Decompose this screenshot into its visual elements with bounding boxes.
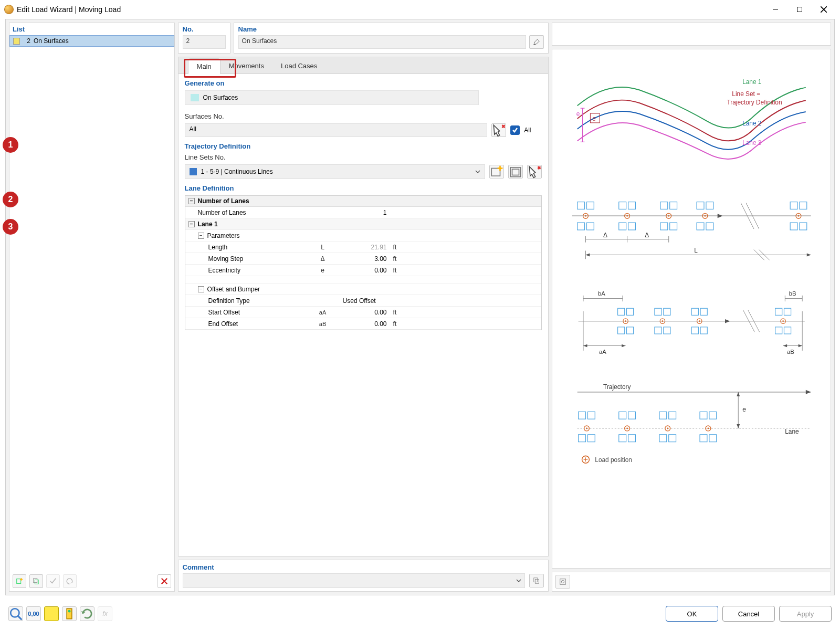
- list-item[interactable]: 2 On Surfaces: [9, 35, 174, 47]
- ok-button[interactable]: OK: [666, 606, 718, 622]
- tab-movements[interactable]: Movements: [220, 58, 272, 74]
- apply-button[interactable]: Apply: [779, 606, 832, 622]
- start-offset-value[interactable]: 0.00: [340, 309, 390, 316]
- svg-rect-7: [533, 578, 537, 582]
- no-label: No.: [183, 25, 226, 33]
- apply-check-button[interactable]: [46, 574, 60, 588]
- svg-point-140: [626, 427, 628, 429]
- svg-point-152: [68, 610, 71, 613]
- definition-type-value[interactable]: Used Offset: [340, 297, 390, 304]
- svg-marker-60: [806, 253, 811, 256]
- linesets-value: 1 - 5-9 | Continuous Lines: [201, 168, 273, 175]
- comment-library-button[interactable]: [529, 574, 544, 587]
- name-panel: Name On Surfaces: [234, 23, 549, 54]
- function-button[interactable]: fx: [98, 606, 112, 621]
- svg-text:Trajectory Definition: Trajectory Definition: [727, 99, 782, 106]
- svg-rect-83: [784, 308, 791, 315]
- lanes-header[interactable]: −Number of Lanes: [185, 196, 541, 207]
- svg-rect-78: [691, 308, 698, 315]
- svg-point-93: [782, 320, 784, 322]
- preview-panel: e e Lane 1 Line Set = Trajectory Definit…: [552, 49, 831, 569]
- edit-lineset-button[interactable]: [508, 165, 523, 178]
- surfaces-no-label: Surfaces No.: [185, 112, 542, 120]
- name-field[interactable]: On Surfaces: [238, 35, 526, 49]
- title-bar: Edit Load Wizard | Moving Load: [0, 0, 840, 19]
- pick-surfaces-button[interactable]: [491, 123, 506, 137]
- preview-header-panel: [552, 23, 831, 46]
- svg-text:Trajectory: Trajectory: [603, 383, 631, 391]
- svg-rect-22: [586, 202, 594, 209]
- length-value[interactable]: 21.91: [340, 244, 390, 251]
- collapse-icon[interactable]: −: [198, 233, 204, 239]
- svg-rect-77: [663, 327, 670, 334]
- view-mode-button[interactable]: [62, 606, 77, 621]
- name-label: Name: [238, 25, 544, 33]
- moving-step-label: Moving Step: [185, 255, 306, 262]
- linesets-dropdown[interactable]: 1 - 5-9 | Continuous Lines: [185, 164, 485, 179]
- color-swatch-icon: [13, 38, 20, 45]
- lane1-label: Lane 1: [198, 220, 218, 228]
- svg-rect-2: [34, 579, 37, 583]
- svg-rect-119: [578, 412, 585, 419]
- end-offset-value[interactable]: 0.00: [340, 320, 390, 328]
- help-button[interactable]: [8, 606, 23, 621]
- svg-rect-130: [668, 435, 676, 442]
- offset-diagram: bA bB aA aB: [562, 287, 821, 365]
- minimize-button[interactable]: [763, 2, 788, 17]
- all-label: All: [524, 127, 531, 134]
- svg-point-49: [704, 215, 706, 217]
- close-button[interactable]: [812, 2, 836, 17]
- moving-step-value[interactable]: 3.00: [340, 255, 390, 262]
- svg-rect-127: [659, 412, 666, 419]
- svg-rect-79: [700, 308, 707, 315]
- collapse-icon[interactable]: −: [188, 198, 195, 204]
- svg-rect-25: [618, 202, 626, 209]
- tab-main[interactable]: Main: [188, 58, 220, 74]
- surfaces-no-field[interactable]: All: [185, 123, 488, 137]
- lanes-count-value[interactable]: 1: [340, 209, 390, 216]
- svg-rect-3: [35, 580, 38, 584]
- delete-item-button[interactable]: [158, 574, 171, 588]
- comment-panel: Comment: [178, 560, 549, 592]
- svg-point-149: [10, 608, 19, 617]
- list-item-label: On Surfaces: [34, 37, 69, 45]
- svg-rect-121: [578, 435, 585, 442]
- svg-text:Lane 1: Lane 1: [742, 78, 762, 86]
- svg-rect-85: [784, 327, 791, 334]
- surface-swatch-icon: [191, 94, 199, 101]
- all-checkbox[interactable]: [510, 125, 520, 135]
- cancel-button[interactable]: Cancel: [722, 606, 775, 622]
- svg-point-91: [662, 320, 663, 322]
- units-button[interactable]: 0,00: [26, 606, 41, 621]
- svg-text:Load position: Load position: [595, 456, 632, 464]
- svg-rect-75: [663, 308, 670, 315]
- collapse-icon[interactable]: −: [188, 221, 195, 227]
- new-item-button[interactable]: [13, 574, 26, 588]
- annotation-1: 1: [3, 137, 18, 153]
- eccentricity-value[interactable]: 0.00: [340, 267, 390, 274]
- pick-lineset-button[interactable]: [527, 165, 542, 178]
- no-field[interactable]: 2: [183, 35, 226, 49]
- svg-point-48: [668, 215, 669, 217]
- svg-marker-111: [805, 390, 811, 394]
- preview-settings-button[interactable]: [555, 575, 570, 589]
- svg-text:e: e: [592, 115, 596, 122]
- comment-field[interactable]: [183, 573, 525, 588]
- svg-text:aB: aB: [787, 349, 794, 355]
- copy-item-button[interactable]: [29, 574, 43, 588]
- undo-button[interactable]: [63, 574, 77, 588]
- svg-rect-72: [617, 327, 624, 334]
- collapse-icon[interactable]: −: [198, 286, 204, 292]
- color-button[interactable]: [44, 606, 59, 621]
- refresh-button[interactable]: [80, 606, 94, 621]
- svg-text:Δ: Δ: [603, 232, 607, 239]
- svg-rect-124: [628, 412, 635, 419]
- svg-rect-133: [700, 435, 707, 442]
- tab-load-cases[interactable]: Load Cases: [272, 58, 326, 74]
- edit-name-button[interactable]: [529, 35, 544, 49]
- maximize-button[interactable]: [788, 2, 812, 17]
- new-lineset-button[interactable]: [489, 165, 504, 178]
- svg-rect-81: [700, 327, 707, 334]
- svg-text:Line Set =: Line Set =: [732, 90, 760, 98]
- svg-marker-59: [585, 253, 590, 256]
